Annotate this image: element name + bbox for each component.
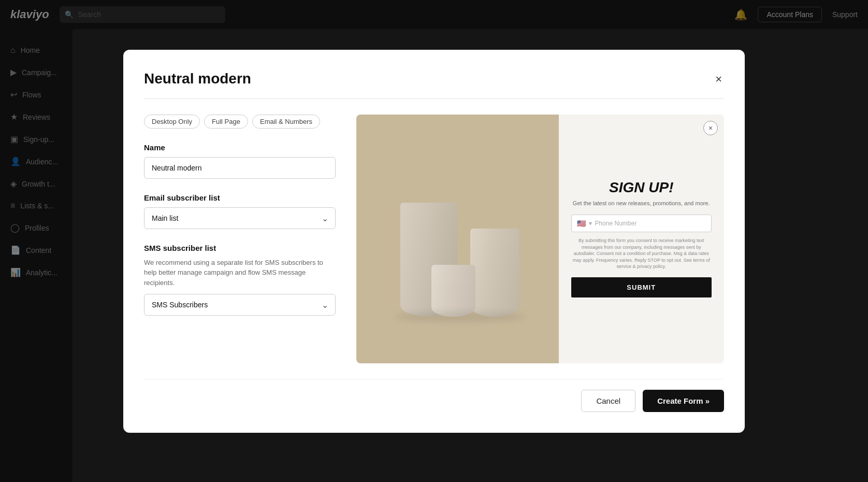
tag-row: Desktop Only Full Page Email & Numbers bbox=[144, 115, 336, 129]
preview-form-area: × SIGN UP! Get the latest on new release… bbox=[559, 115, 725, 363]
cylinders-decoration bbox=[390, 140, 525, 337]
modal-overlay: Neutral modern × Desktop Only Full Page … bbox=[0, 0, 868, 482]
create-form-button[interactable]: Create Form » bbox=[643, 390, 724, 412]
modal-dialog: Neutral modern × Desktop Only Full Page … bbox=[123, 50, 745, 433]
preview-consent-text: By submitting this form you consent to r… bbox=[571, 237, 712, 270]
email-list-label: Email subscriber list bbox=[144, 193, 336, 202]
cylinder-short bbox=[431, 265, 475, 317]
modal-preview-panel: × SIGN UP! Get the latest on new release… bbox=[356, 115, 724, 363]
sms-list-label: SMS subscriber list bbox=[144, 244, 336, 252]
email-list-field-group: Email subscriber list Main list Newslett… bbox=[144, 193, 336, 229]
modal-header: Neutral modern × bbox=[144, 70, 724, 88]
tag-email-numbers: Email & Numbers bbox=[252, 115, 320, 129]
modal-footer: Cancel Create Form » bbox=[144, 379, 724, 412]
sms-description: We recommend using a separate list for S… bbox=[144, 258, 336, 288]
preview-signup-title: SIGN UP! bbox=[609, 180, 673, 196]
phone-chevron-icon: ▾ bbox=[589, 220, 592, 227]
preview-image-area bbox=[356, 115, 559, 363]
name-field-group: Name bbox=[144, 143, 336, 179]
modal-body: Desktop Only Full Page Email & Numbers N… bbox=[144, 115, 724, 363]
tag-full-page: Full Page bbox=[204, 115, 248, 129]
sms-list-field-group: SMS subscriber list We recommend using a… bbox=[144, 244, 336, 316]
name-label: Name bbox=[144, 143, 336, 152]
modal-close-button[interactable]: × bbox=[713, 70, 724, 88]
modal-divider bbox=[144, 98, 724, 99]
preview-phone-row: 🇺🇸 ▾ Phone Number bbox=[571, 215, 712, 232]
modal-left-panel: Desktop Only Full Page Email & Numbers N… bbox=[144, 115, 336, 363]
flag-us-icon: 🇺🇸 bbox=[577, 219, 586, 228]
preview-close-button[interactable]: × bbox=[703, 121, 718, 135]
preview-subtitle: Get the latest on new releases, promotio… bbox=[573, 200, 710, 206]
sms-list-select-wrapper: SMS Subscribers Main list ⌄ bbox=[144, 294, 336, 316]
sms-list-select[interactable]: SMS Subscribers Main list bbox=[144, 294, 336, 316]
tag-desktop-only: Desktop Only bbox=[144, 115, 200, 129]
email-list-select[interactable]: Main list Newsletter VIP bbox=[144, 207, 336, 229]
cylinder-medium bbox=[470, 229, 519, 317]
preview-close-icon: × bbox=[708, 124, 713, 132]
modal-title: Neutral modern bbox=[144, 70, 251, 87]
preview-submit-button[interactable]: SUBMIT bbox=[571, 277, 712, 297]
floor-shadow bbox=[395, 311, 525, 322]
email-list-select-wrapper: Main list Newsletter VIP ⌄ bbox=[144, 207, 336, 229]
cancel-button[interactable]: Cancel bbox=[581, 390, 635, 412]
preview-phone-placeholder: Phone Number bbox=[595, 220, 706, 227]
name-input[interactable] bbox=[144, 157, 336, 179]
